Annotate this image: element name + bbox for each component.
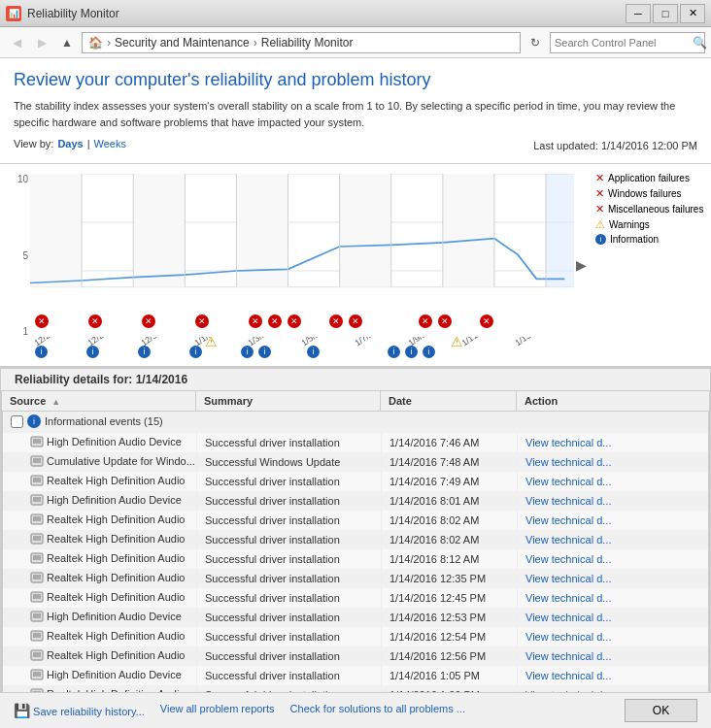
summary-cell: Successful driver installation — [197, 646, 382, 666]
driver-icon — [30, 435, 44, 448]
page-title: Review your computer's reliability and p… — [14, 70, 697, 90]
failure-icon[interactable]: ✕ — [195, 314, 209, 328]
failure-icon[interactable]: ✕ — [268, 314, 282, 328]
view-technical-link[interactable]: View technical d... — [525, 534, 611, 546]
view-technical-link[interactable]: View technical d... — [525, 592, 611, 604]
action-cell[interactable]: View technical d... — [518, 627, 709, 646]
table-row[interactable]: High Definition Audio Device Successful … — [3, 608, 709, 627]
action-cell[interactable]: View technical d... — [518, 666, 709, 685]
failure-icon[interactable]: ✕ — [480, 314, 493, 328]
driver-icon — [30, 648, 44, 662]
breadcrumb-security: Security and Maintenance — [115, 36, 250, 50]
date-cell: 1/14/2016 12:35 PM — [382, 569, 518, 588]
failure-icon[interactable]: ✕ — [288, 314, 301, 328]
source-cell: Realtek High Definition Audio — [3, 588, 197, 608]
right-arrow-icon[interactable]: ▶ — [576, 257, 587, 273]
table-row[interactable]: Realtek High Definition Audio Successful… — [3, 549, 709, 569]
chart-main[interactable]: 10 5 1 — [1, 164, 574, 366]
view-technical-link[interactable]: View technical d... — [525, 650, 611, 662]
source-cell: High Definition Audio Device — [3, 666, 197, 685]
ok-button[interactable]: OK — [625, 699, 697, 722]
action-cell[interactable]: View technical d... — [518, 472, 709, 491]
view-technical-link[interactable]: View technical d... — [525, 631, 611, 643]
summary-cell: Successful driver installation — [197, 588, 382, 608]
back-button[interactable]: ◀ — [6, 32, 27, 53]
failure-icon[interactable]: ✕ — [349, 314, 362, 328]
action-cell[interactable]: View technical d... — [518, 452, 709, 472]
source-column-header[interactable]: Source ▲ — [2, 391, 196, 412]
action-cell[interactable]: View technical d... — [518, 491, 709, 511]
check-solutions-link[interactable]: Check for solutions to all problems ... — [290, 703, 465, 718]
breadcrumb-home-icon: 🏠 — [88, 36, 103, 50]
chart-scroll-right[interactable]: ▶ — [574, 164, 588, 366]
table-row[interactable]: High Definition Audio Device Successful … — [3, 666, 709, 685]
view-technical-link[interactable]: View technical d... — [525, 670, 611, 681]
failure-icon[interactable]: ✕ — [142, 314, 155, 328]
action-cell[interactable]: View technical d... — [518, 588, 709, 608]
chart-y-axis: 10 5 1 — [1, 174, 30, 337]
action-cell[interactable]: View technical d... — [518, 569, 709, 588]
view-by-label: View by: — [14, 138, 53, 149]
view-problem-reports-link[interactable]: View all problem reports — [160, 703, 275, 718]
source-cell: Cumulative Update for Windo... — [3, 452, 197, 472]
source-cell: Realtek High Definition Audio — [3, 627, 197, 646]
view-technical-link[interactable]: View technical d... — [525, 553, 611, 565]
table-row[interactable]: Realtek High Definition Audio Successful… — [3, 530, 709, 549]
legend-warnings: ⚠ Warnings — [595, 218, 711, 231]
date-column-header[interactable]: Date — [381, 391, 517, 412]
save-reliability-link[interactable]: 💾 Save reliability history... — [14, 703, 145, 718]
table-row[interactable]: High Definition Audio Device Successful … — [3, 433, 709, 452]
action-cell[interactable]: View technical d... — [518, 511, 709, 530]
up-button[interactable]: ▲ — [56, 32, 78, 53]
view-technical-link[interactable]: View technical d... — [525, 437, 611, 448]
failure-icon[interactable]: ✕ — [419, 314, 432, 328]
failure-icon[interactable]: ✕ — [438, 314, 452, 328]
table-row[interactable]: Realtek High Definition Audio Successful… — [3, 569, 709, 588]
summary-cell: Successful driver installation — [197, 511, 382, 530]
action-column-header[interactable]: Action — [517, 391, 710, 412]
driver-icon — [30, 474, 44, 487]
group-expand-checkbox[interactable] — [11, 415, 23, 428]
driver-icon — [30, 551, 44, 565]
table-row[interactable]: Realtek High Definition Audio Successful… — [3, 627, 709, 646]
driver-icon — [30, 668, 44, 681]
table-row[interactable]: Realtek High Definition Audio Successful… — [3, 588, 709, 608]
table-row[interactable]: Realtek High Definition Audio Successful… — [3, 511, 709, 530]
table-row[interactable]: Cumulative Update for Windo... Successfu… — [3, 452, 709, 472]
view-technical-link[interactable]: View technical d... — [525, 456, 611, 468]
failure-icon[interactable]: ✕ — [88, 314, 102, 328]
action-cell[interactable]: View technical d... — [518, 608, 709, 627]
view-technical-link[interactable]: View technical d... — [525, 476, 611, 487]
svg-rect-4 — [30, 174, 82, 287]
search-input[interactable] — [555, 37, 689, 49]
search-bar[interactable]: 🔍 — [550, 32, 705, 53]
view-by-row: View by: Days | Weeks Last updated: 1/14… — [14, 138, 697, 153]
refresh-button[interactable]: ↻ — [525, 32, 546, 53]
summary-column-header[interactable]: Summary — [196, 391, 381, 412]
failure-icon[interactable]: ✕ — [249, 314, 262, 328]
view-technical-link[interactable]: View technical d... — [525, 573, 611, 584]
forward-button[interactable]: ▶ — [31, 32, 52, 53]
minimize-button[interactable]: ─ — [626, 4, 651, 23]
driver-icon — [30, 629, 44, 643]
group-header-row[interactable]: i Informational events (15) — [3, 412, 709, 433]
view-technical-link[interactable]: View technical d... — [525, 514, 611, 526]
action-cell[interactable]: View technical d... — [518, 646, 709, 666]
action-cell[interactable]: View technical d... — [518, 433, 709, 452]
view-technical-link[interactable]: View technical d... — [525, 612, 611, 623]
table-row[interactable]: Realtek High Definition Audio Successful… — [3, 472, 709, 491]
maximize-button[interactable]: □ — [653, 4, 678, 23]
table-row[interactable]: Realtek High Definition Audio Successful… — [3, 646, 709, 666]
failure-icon[interactable]: ✕ — [35, 314, 49, 328]
svg-rect-23 — [33, 458, 41, 463]
details-scroll-area[interactable]: i Informational events (15) High Definit… — [1, 412, 710, 693]
view-weeks-link[interactable]: Weeks — [94, 138, 126, 149]
action-cell[interactable]: View technical d... — [518, 549, 709, 569]
view-days-link[interactable]: Days — [57, 138, 83, 149]
view-technical-link[interactable]: View technical d... — [525, 495, 611, 507]
failure-icon[interactable]: ✕ — [329, 314, 343, 328]
close-button[interactable]: ✕ — [680, 4, 705, 23]
table-row[interactable]: High Definition Audio Device Successful … — [3, 491, 709, 511]
date-cell: 1/14/2016 12:45 PM — [382, 588, 518, 608]
action-cell[interactable]: View technical d... — [518, 530, 709, 549]
